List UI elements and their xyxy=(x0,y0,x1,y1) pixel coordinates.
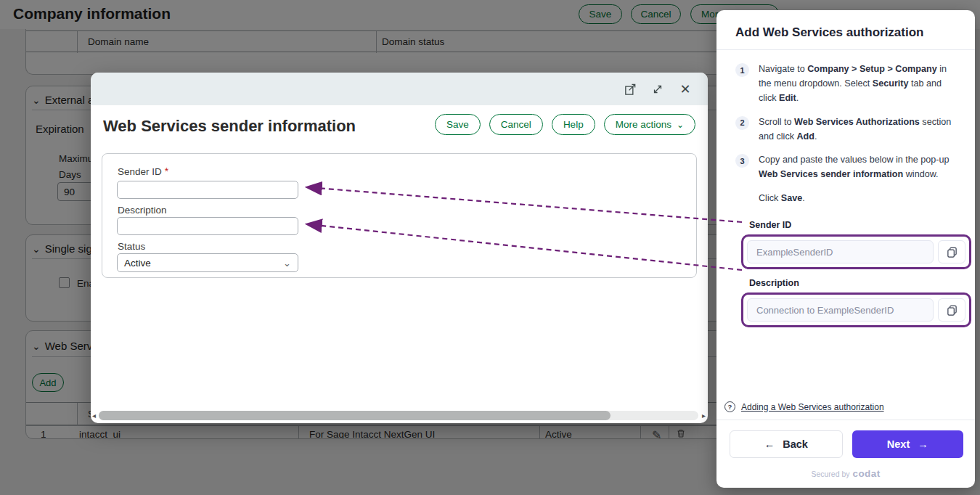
step-number-badge: 2 xyxy=(735,116,749,130)
chevron-down-icon: ⌄ xyxy=(677,120,684,130)
back-button[interactable]: ← Back xyxy=(730,430,843,458)
guide-sender-id-value[interactable] xyxy=(747,240,934,263)
back-arrow-icon: ← xyxy=(764,438,775,450)
copy-sender-id-button[interactable] xyxy=(938,240,965,263)
help-link-row: ? Adding a Web Services authorization xyxy=(716,401,975,420)
step-number-badge: 3 xyxy=(735,154,749,168)
question-icon: ? xyxy=(724,401,735,412)
codat-logo: codat xyxy=(853,468,881,479)
wizard-buttons: ← Back Next → xyxy=(716,420,975,458)
next-label: Next xyxy=(887,438,910,450)
popout-icon[interactable] xyxy=(622,81,638,97)
resize-icon[interactable] xyxy=(650,81,666,97)
secured-by-text: Secured by xyxy=(811,470,849,478)
sender-id-label: Sender ID* xyxy=(118,165,168,177)
scroll-right-icon[interactable]: ▸ xyxy=(702,410,706,421)
close-icon[interactable]: ✕ xyxy=(677,81,693,97)
description-input[interactable] xyxy=(117,217,298,235)
more-actions-label: More actions xyxy=(616,119,671,130)
scrollbar-track[interactable] xyxy=(99,411,698,420)
help-article-link[interactable]: Adding a Web Services authorization xyxy=(741,402,884,412)
modal-title-row: Web Services sender information Save Can… xyxy=(91,105,708,147)
guide-sender-id-label: Sender ID xyxy=(749,220,975,230)
guide-fields: Sender ID Description xyxy=(716,216,975,336)
status-selected-value: Active xyxy=(124,258,151,269)
guide-panel-title: Add Web Services authorization xyxy=(716,10,975,50)
instruction-step: 1Navigate to Company > Setup > Company i… xyxy=(735,62,957,106)
back-label: Back xyxy=(783,438,808,450)
steps-list: 1Navigate to Company > Setup > Company i… xyxy=(716,50,975,216)
status-select[interactable]: Active ⌄ xyxy=(117,253,298,272)
scrollbar-thumb[interactable] xyxy=(99,411,611,420)
modal-horizontal-scrollbar[interactable]: ◂ ▸ xyxy=(91,410,708,421)
step-text: Copy and paste the values below in the p… xyxy=(759,153,957,182)
modal-help-button[interactable]: Help xyxy=(552,114,595,135)
add-authorization-guide-panel: Add Web Services authorization 1Navigate… xyxy=(716,10,975,488)
instruction-step: 2Scroll to Web Services Authorizations s… xyxy=(735,115,957,144)
scroll-left-icon[interactable]: ◂ xyxy=(92,410,96,421)
next-button[interactable]: Next → xyxy=(852,430,964,458)
instruction-step: 3Copy and paste the values below in the … xyxy=(735,153,957,182)
guide-description-label: Description xyxy=(749,278,975,288)
chevron-down-icon: ⌄ xyxy=(283,258,291,269)
step-number-badge: 1 xyxy=(735,63,749,77)
secured-by-footer: Secured bycodat xyxy=(716,458,975,488)
copy-icon xyxy=(947,305,957,316)
description-highlight-ring xyxy=(741,292,971,327)
guide-description-value[interactable] xyxy=(747,298,934,322)
next-arrow-icon: → xyxy=(918,438,928,450)
step-text: Scroll to Web Services Authorizations se… xyxy=(759,115,957,144)
modal-window-bar: ✕ xyxy=(91,73,708,105)
modal-cancel-button[interactable]: Cancel xyxy=(489,114,543,135)
sender-id-highlight-ring xyxy=(741,234,971,269)
required-asterisk: * xyxy=(165,165,168,177)
copy-description-button[interactable] xyxy=(938,298,965,322)
modal-save-button[interactable]: Save xyxy=(435,114,481,135)
sender-form-panel: Sender ID* Description Status Active ⌄ xyxy=(102,153,697,278)
description-label: Description xyxy=(118,205,167,216)
status-label: Status xyxy=(118,241,145,252)
sender-id-input[interactable] xyxy=(117,181,298,199)
step-text: Navigate to Company > Setup > Company in… xyxy=(759,62,957,106)
step-number-badge xyxy=(735,192,749,206)
copy-icon xyxy=(947,247,957,258)
web-services-sender-modal: ✕ Web Services sender information Save C… xyxy=(91,73,708,423)
modal-title: Web Services sender information xyxy=(103,117,356,136)
modal-more-actions-button[interactable]: More actions ⌄ xyxy=(604,114,695,135)
screen: Company information Save Cancel More act… xyxy=(0,0,980,495)
step-text: Click Save. xyxy=(759,192,805,206)
instruction-step: Click Save. xyxy=(735,192,957,206)
